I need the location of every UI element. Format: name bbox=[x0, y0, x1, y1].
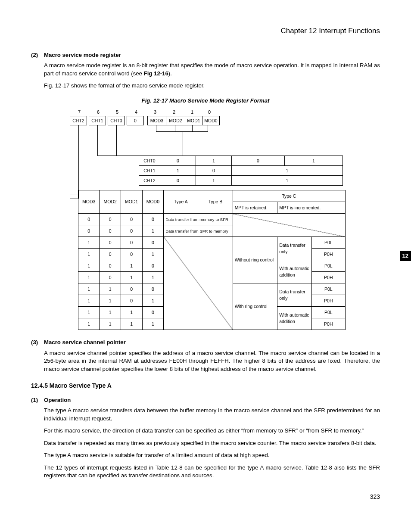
cell: 0 bbox=[121, 237, 143, 249]
bitnum: 7 bbox=[70, 109, 89, 116]
cell: P0H bbox=[311, 272, 345, 283]
cell: 0 bbox=[196, 166, 232, 176]
sec2-para1: A macro service mode register is an 8-bi… bbox=[44, 62, 380, 78]
section-3-heading: (3) Macro service channel pointer bbox=[31, 339, 380, 346]
bitnum: 2 bbox=[165, 109, 184, 116]
mod-table: MOD3 MOD2 MOD1 MOD0 Type A Type B Type C… bbox=[78, 190, 346, 330]
cell: P0L bbox=[311, 260, 345, 272]
bit-register-row: CHT2 CHT1 CHT0 0 MOD3 MOD2 MOD1 MOD0 bbox=[70, 116, 346, 125]
bit-numbers: 7 6 5 4 3 2 1 0 bbox=[70, 109, 346, 116]
text: A macro service mode register is an 8-bi… bbox=[44, 62, 380, 76]
cell: Type A bbox=[164, 190, 198, 214]
bitnum: 3 bbox=[146, 109, 165, 116]
cell: 1 bbox=[196, 156, 232, 166]
cell: With automatic addition bbox=[277, 260, 312, 283]
cell: CHT0 bbox=[139, 156, 160, 166]
fig-ref: Fig 12-16 bbox=[144, 70, 168, 77]
cell: Data transfer from SFR to memory bbox=[164, 225, 233, 237]
cell: MPT is retained. bbox=[233, 202, 277, 214]
cell: 1 bbox=[285, 156, 343, 166]
cell: P0L bbox=[311, 237, 345, 249]
cell: 1 bbox=[142, 249, 164, 260]
cht-table: CHT0 0 1 0 1 CHT1 1 0 1 CHT2 0 1 1 bbox=[139, 156, 343, 186]
cell: 1 bbox=[232, 176, 343, 186]
cell: P0H bbox=[311, 295, 345, 307]
cell: Type C bbox=[233, 190, 345, 202]
section-title: Macro service mode register bbox=[44, 51, 121, 59]
cell: 0 bbox=[78, 225, 100, 237]
cell: 0 bbox=[160, 176, 196, 186]
chapter-header: Chapter 12 Interrupt Functions bbox=[31, 26, 380, 36]
sec2-para2: Fig. 12-17 shows the format of the macro… bbox=[44, 82, 380, 90]
bit-cell: MOD3 bbox=[147, 116, 166, 125]
cell: 1 bbox=[78, 295, 100, 307]
table-row: CHT0 0 1 0 1 bbox=[139, 156, 343, 166]
cell: 1 bbox=[121, 272, 143, 283]
header-rule bbox=[31, 39, 380, 39]
cell: 0 bbox=[100, 225, 121, 237]
table-row: CHT1 1 0 1 bbox=[139, 166, 343, 176]
section-title: Operation bbox=[44, 396, 71, 404]
op-para2: For this macro service, the direction of… bbox=[44, 427, 380, 435]
diagonal-cell bbox=[164, 237, 233, 330]
text: ). bbox=[168, 70, 172, 77]
cell: 1 bbox=[78, 283, 100, 295]
op-para3: Data transfer is repeated as many times … bbox=[44, 439, 380, 447]
cell: 0 bbox=[232, 156, 285, 166]
cell: P0H bbox=[311, 318, 345, 330]
cell: 1 bbox=[121, 318, 143, 330]
page-number: 323 bbox=[31, 493, 380, 501]
diagonal-cell bbox=[233, 214, 345, 237]
cell: P0H bbox=[311, 249, 345, 260]
op-para1: The type A macro service transfers data … bbox=[44, 407, 380, 423]
cell: 1 bbox=[100, 283, 121, 295]
cell: CHT1 bbox=[139, 166, 160, 176]
section-title: Macro service channel pointer bbox=[44, 339, 126, 346]
cell: 0 bbox=[121, 225, 143, 237]
cell: 0 bbox=[142, 237, 164, 249]
section-num: (3) bbox=[31, 339, 44, 346]
figure-12-17: 7 6 5 4 3 2 1 0 CHT2 CHT1 CHT0 0 MOD3 MO… bbox=[70, 109, 346, 330]
cell: 0 bbox=[142, 260, 164, 272]
cell: 1 bbox=[142, 225, 164, 237]
cell: 0 bbox=[121, 295, 143, 307]
cell: 0 bbox=[100, 272, 121, 283]
section-num: (2) bbox=[31, 51, 44, 59]
cell: 1 bbox=[78, 237, 100, 249]
cell: 0 bbox=[121, 214, 143, 225]
operation-heading: (1) Operation bbox=[31, 396, 380, 404]
cell: Type B bbox=[198, 190, 233, 214]
bitnum: 0 bbox=[201, 109, 218, 116]
bit-cell: MOD0 bbox=[202, 116, 220, 125]
table-row: CHT2 0 1 1 bbox=[139, 176, 343, 186]
table-row: 0 0 0 0 Data transfer from memory to SFR bbox=[78, 214, 345, 225]
cell: Data transfer from memory to SFR bbox=[164, 214, 233, 225]
cell: 0 bbox=[121, 249, 143, 260]
op-para5: The 12 types of interrupt requests liste… bbox=[44, 464, 380, 480]
bitnum: 4 bbox=[127, 109, 146, 116]
cell: 0 bbox=[142, 283, 164, 295]
cell: 1 bbox=[78, 272, 100, 283]
cell: With automatic addition bbox=[277, 307, 312, 330]
wire-area bbox=[70, 125, 346, 156]
bitnum: 5 bbox=[108, 109, 127, 116]
cell: 1 bbox=[142, 318, 164, 330]
cell: CHT2 bbox=[139, 176, 160, 186]
cell: 0 bbox=[78, 214, 100, 225]
cell: 0 bbox=[100, 237, 121, 249]
bit-cell: 0 bbox=[127, 116, 144, 125]
cell: P0L bbox=[311, 283, 345, 295]
cell: 1 bbox=[142, 272, 164, 283]
bit-cell: CHT1 bbox=[89, 116, 106, 125]
table-row: 1 0 0 0 Without ring control Data transf… bbox=[78, 237, 345, 249]
cell: Data transfer only bbox=[277, 237, 312, 260]
cell: MOD1 bbox=[121, 190, 143, 214]
cell: 0 bbox=[160, 156, 196, 166]
cell: P0L bbox=[311, 307, 345, 318]
cell: MOD0 bbox=[142, 190, 164, 214]
bit-cell: MOD2 bbox=[166, 116, 185, 125]
cell: MPT is incremented. bbox=[277, 202, 346, 214]
cell: 1 bbox=[121, 260, 143, 272]
cell: 0 bbox=[142, 307, 164, 318]
figure-caption: Fig. 12-17 Macro Service Mode Register F… bbox=[31, 97, 380, 105]
